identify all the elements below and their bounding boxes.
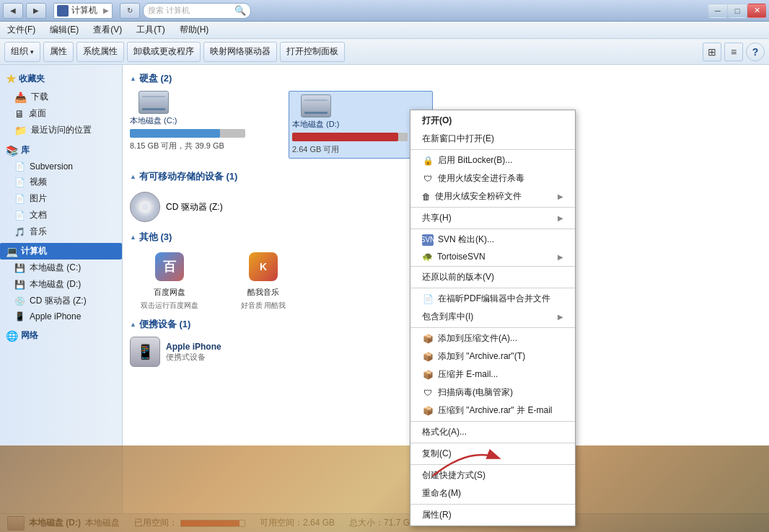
sidebar-item-iphone[interactable]: 📱 Apple iPhone [0, 309, 122, 324]
shred-icon: 🗑 [422, 192, 431, 202]
ctx-add-archive[interactable]: 📦 添加到压缩文件(A)... [410, 329, 575, 347]
ctx-tortoisesvn[interactable]: 🐢 TortoiseSVN ▶ [410, 249, 575, 265]
ctx-compress-archive-email[interactable]: 📦 压缩到 "Archive.rar" 并 E-mail [410, 402, 575, 420]
sidebar-item-downloads[interactable]: 📥 下载 [0, 89, 122, 105]
organize-button[interactable]: 组织 ▾ [4, 42, 40, 62]
ctx-sep-3 [410, 229, 575, 229]
downloads-icon: 📥 [14, 92, 27, 103]
sidebar-header-network[interactable]: 🌐 网络 [0, 327, 122, 345]
kuwo-item[interactable]: K 酷我音乐 好音质 用酷我 [224, 249, 303, 311]
menubar: 文件(F) 编辑(E) 查看(V) 工具(T) 帮助(H) [0, 22, 769, 39]
sidebar-library: 📚 库 📄 Subversion 📄 视频 📄 图片 📄 文档 🎵 音乐 [0, 141, 122, 240]
menu-help[interactable]: 帮助(H) [175, 22, 214, 37]
ctx-sep-4 [410, 266, 575, 267]
iphone-icon: 📱 [14, 311, 25, 322]
minimize-button[interactable]: ─ [708, 4, 727, 18]
sidebar-item-d-drive[interactable]: 💾 本地磁盘 (D:) [0, 276, 122, 293]
computer-label: 计算机 [21, 245, 47, 257]
disk-c-item[interactable]: 本地磁盘 (C:) 8.15 GB 可用，共 39.9 GB [130, 91, 274, 159]
forward-button[interactable]: ▶ [26, 3, 46, 19]
maximize-button[interactable]: □ [728, 4, 747, 18]
documents-icon: 📄 [14, 210, 25, 221]
ctx-include-library[interactable]: 包含到库中(I) ▶ [410, 308, 575, 326]
disk-c-info: 本地磁盘 (C:) [130, 91, 274, 126]
tortoisesvn-icon: 🐢 [422, 252, 433, 262]
subversion-icon: 📄 [14, 161, 25, 172]
sidebar-item-music[interactable]: 🎵 音乐 [0, 223, 122, 240]
sidebar-item-recent[interactable]: 📁 最近访问的位置 [0, 122, 122, 138]
address-bar[interactable]: 计算机 ▶ [53, 3, 113, 19]
menu-tools[interactable]: 工具(T) [132, 22, 169, 37]
disk-c-bar-bg [130, 129, 245, 138]
sidebar-item-desktop[interactable]: 🖥 桌面 [0, 105, 122, 122]
videos-icon: 📄 [14, 177, 25, 187]
shred-arrow-icon: ▶ [558, 192, 563, 200]
ctx-sep-7 [410, 421, 575, 422]
pdf-icon: 📄 [422, 293, 434, 305]
view-list-button[interactable]: ≡ [724, 43, 743, 61]
view-toggle-button[interactable]: ⊞ [703, 43, 721, 61]
sidebar-item-c-drive[interactable]: 💾 本地磁盘 (C:) [0, 260, 122, 276]
refresh-button[interactable]: ↻ [120, 3, 140, 19]
ctx-add-archive-rar[interactable]: 📦 添加到 "Archive.rar"(T) [410, 347, 575, 365]
ctx-svn-checkout[interactable]: SVN SVN 检出(K)... [410, 231, 575, 249]
sidebar-favorites: ★ 收藏夹 📥 下载 🖥 桌面 📁 最近访问的位置 [0, 69, 122, 138]
sidebar-header-library[interactable]: 📚 库 [0, 141, 122, 159]
ctx-create-shortcut[interactable]: 创建快捷方式(S) [410, 466, 575, 484]
sidebar-item-pictures[interactable]: 📄 图片 [0, 190, 122, 207]
map-drive-button[interactable]: 映射网络驱动器 [203, 42, 277, 62]
search-bar[interactable]: 搜索 计算机 🔍 [143, 3, 251, 19]
sidebar-item-documents[interactable]: 📄 文档 [0, 207, 122, 223]
network-label: 网络 [21, 329, 38, 342]
ctx-antivirus[interactable]: 🛡 使用火绒安全进行杀毒 [410, 169, 575, 187]
ctx-shred[interactable]: 🗑 使用火绒安全粉碎文件 ▶ [410, 187, 575, 205]
sidebar-item-videos[interactable]: 📄 视频 [0, 174, 122, 190]
ctx-merge-pdf[interactable]: 📄 在福昕PDF编辑器中合并文件 [410, 290, 575, 308]
sidebar-header-favorites[interactable]: ★ 收藏夹 [0, 69, 122, 89]
ctx-bitlocker[interactable]: 🔒 启用 BitLocker(B)... [410, 151, 575, 169]
menu-view[interactable]: 查看(V) [89, 22, 126, 37]
ctx-rename[interactable]: 重命名(M) [410, 484, 575, 502]
star-icon: ★ [6, 72, 16, 86]
ctx-share[interactable]: 共享(H) ▶ [410, 209, 575, 227]
baidu-item[interactable]: 百 百度网盘 双击运行百度网盘 [130, 249, 209, 311]
kuwo-name: 酷我音乐 [247, 287, 279, 298]
ctx-open[interactable]: 打开(O) [410, 112, 575, 130]
ctx-compress-email[interactable]: 📦 压缩并 E-mail... [410, 365, 575, 384]
close-button[interactable]: ✕ [747, 4, 766, 18]
ctx-properties[interactable]: 属性(R) [410, 506, 575, 524]
help-button[interactable]: ? [746, 43, 765, 61]
properties-button[interactable]: 属性 [43, 42, 74, 62]
ctx-format[interactable]: 格式化(A)... [410, 423, 575, 441]
system-properties-button[interactable]: 系统属性 [76, 42, 124, 62]
disk-d-info: 本地磁盘 (D:) [292, 94, 429, 130]
hard-disks-title[interactable]: 硬盘 (2) [130, 72, 762, 85]
sidebar-header-computer[interactable]: 💻 计算机 [0, 243, 122, 260]
ctx-restore-prev[interactable]: 还原以前的版本(V) [410, 268, 575, 286]
pictures-icon: 📄 [14, 194, 25, 204]
scan-icon: 🛡 [422, 387, 434, 399]
library-label: 库 [21, 144, 30, 156]
sidebar-item-cd-drive[interactable]: 💿 CD 驱动器 (Z:) [0, 293, 122, 309]
ctx-sep-10 [410, 504, 575, 505]
address-path: 计算机 [71, 4, 97, 17]
kuwo-desc: 好音质 用酷我 [241, 301, 286, 311]
ctx-copy[interactable]: 复制(C) [410, 445, 575, 463]
baidu-desc: 双击运行百度网盘 [141, 301, 198, 311]
disk-c-label: 本地磁盘 (C:) [130, 115, 177, 126]
control-panel-button[interactable]: 打开控制面板 [280, 42, 345, 62]
menu-edit[interactable]: 编辑(E) [45, 22, 83, 37]
menu-file[interactable]: 文件(F) [3, 22, 40, 37]
kuwo-icon: K [246, 249, 281, 284]
disk-c-bar-fill [130, 129, 220, 138]
back-button[interactable]: ◀ [3, 3, 23, 19]
uninstall-button[interactable]: 卸载或更改程序 [127, 42, 201, 62]
ctx-scan-virus[interactable]: 🛡 扫描病毒(电脑管家) [410, 384, 575, 402]
tortoisesvn-arrow-icon: ▶ [558, 253, 563, 261]
ctx-sep-9 [410, 464, 575, 465]
iphone-name: Apple iPhone [166, 342, 221, 352]
sidebar-item-subversion[interactable]: 📄 Subversion [0, 159, 122, 174]
library-icon: 📚 [6, 145, 18, 156]
hdd-c-icon [139, 91, 169, 114]
ctx-open-new-window[interactable]: 在新窗口中打开(E) [410, 130, 575, 148]
